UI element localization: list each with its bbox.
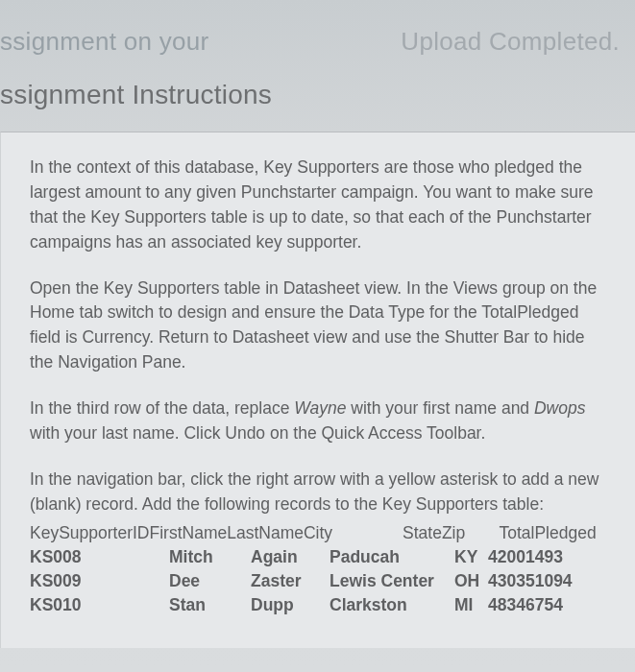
p3-part-e: with your last name. Click Undo on the Q… <box>30 423 485 443</box>
section-title: ssignment Instructions <box>0 62 635 128</box>
table-row: KS010 Stan Dupp Clarkston MI 48346754 <box>30 595 606 615</box>
cell-firstname: Mitch <box>169 547 251 567</box>
table-row: KS009 Dee Zaster Lewis Center OH 4303510… <box>30 571 606 591</box>
p3-italic-dwops: Dwops <box>534 398 586 418</box>
p3-italic-wayne: Wayne <box>294 398 346 418</box>
paragraph-4: In the navigation bar, click the right a… <box>30 468 606 517</box>
instructions-panel: In the context of this database, Key Sup… <box>0 132 635 648</box>
cell-id: KS010 <box>30 595 169 615</box>
cell-firstname: Stan <box>169 595 251 615</box>
cell-lastname: Again <box>251 547 330 567</box>
cell-city: Lewis Center <box>330 571 454 591</box>
top-band: ssignment on your Upload Completed. <box>0 0 635 62</box>
cell-lastname: Dupp <box>251 595 330 615</box>
header-state-zip: StateZip <box>403 523 499 543</box>
table-row: KS008 Mitch Again Paducah KY 42001493 <box>30 547 606 567</box>
cell-city: Clarkston <box>330 595 454 615</box>
top-left-text: ssignment on your <box>0 27 209 57</box>
paragraph-3: In the third row of the data, replace Wa… <box>30 396 606 446</box>
paragraph-2: Open the Key Supporters table in Datashe… <box>30 276 606 376</box>
p3-part-a: In the third row of the data, replace <box>30 398 294 418</box>
page-root: ssignment on your Upload Completed. ssig… <box>0 0 635 672</box>
table-header-row: KeySupporterIDFirstNameLastNameCity Stat… <box>30 523 606 543</box>
cell-city: Paducah <box>330 547 454 567</box>
cell-state: OH <box>454 571 488 591</box>
cell-lastname: Zaster <box>251 571 330 591</box>
cell-zip-total: 48346754 <box>488 595 589 615</box>
header-spacer <box>251 523 403 543</box>
cell-state: MI <box>454 595 488 615</box>
header-total-pledged: TotalPledged <box>499 523 606 543</box>
cell-zip-total: 430351094 <box>488 571 589 591</box>
cell-zip-total: 42001493 <box>488 547 589 567</box>
upload-status-text: Upload Completed. <box>401 27 625 57</box>
cell-state: KY <box>454 547 488 567</box>
records-table: KeySupporterIDFirstNameLastNameCity Stat… <box>30 523 606 615</box>
paragraph-1: In the context of this database, Key Sup… <box>30 156 606 255</box>
cell-id: KS008 <box>30 547 169 567</box>
header-id-fn-ln-city: KeySupporterIDFirstNameLastNameCity <box>30 523 251 543</box>
cell-firstname: Dee <box>169 571 251 591</box>
cell-id: KS009 <box>30 571 169 591</box>
p3-part-c: with your first name and <box>346 398 534 418</box>
